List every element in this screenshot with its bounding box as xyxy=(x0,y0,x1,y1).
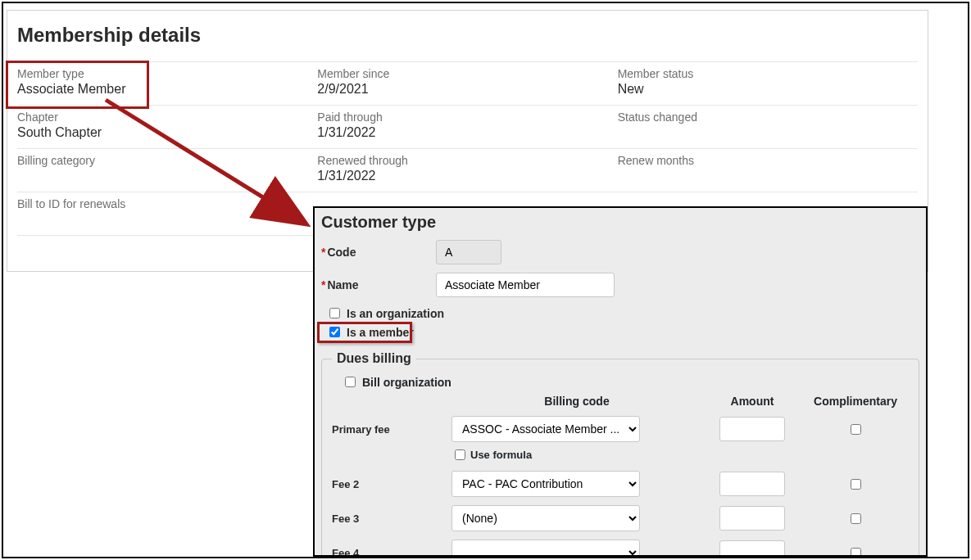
label-member-since: Member since xyxy=(317,67,617,80)
row-code: *Code xyxy=(321,240,919,264)
label-renewed-through: Renewed through xyxy=(317,154,617,167)
fee4-select[interactable] xyxy=(451,540,640,557)
row-is-member: Is a member xyxy=(326,324,919,340)
bill-organization-checkbox[interactable] xyxy=(345,377,356,387)
field-member-status: Member status New xyxy=(618,61,918,105)
field-renew-months: Renew months xyxy=(618,148,918,192)
row-name: *Name xyxy=(321,273,919,297)
value-billing-category xyxy=(17,169,317,185)
bill-organization-label: Bill organization xyxy=(362,376,451,389)
fee3-complimentary-checkbox[interactable] xyxy=(851,513,861,524)
popup-title: Customer type xyxy=(321,213,919,232)
col-amount: Amount xyxy=(707,395,797,408)
col-complimentary: Complimentary xyxy=(802,395,909,408)
value-paid-through: 1/31/2022 xyxy=(317,125,617,142)
field-member-type: Member type Associate Member xyxy=(17,61,317,105)
value-renewed-through: 1/31/2022 xyxy=(317,169,617,185)
field-chapter: Chapter South Chapter xyxy=(17,105,317,148)
row-is-org: Is an organization xyxy=(326,305,919,321)
customer-type-popup: Customer type *Code *Name Is an organiza… xyxy=(313,206,928,557)
is-member-label: Is a member xyxy=(347,326,414,339)
fee4-amount[interactable] xyxy=(719,540,785,557)
fee3-select[interactable]: (None) xyxy=(451,505,640,531)
value-chapter: South Chapter xyxy=(17,125,317,142)
fee2-select[interactable]: PAC - PAC Contribution xyxy=(451,471,640,497)
row-bill-organization: Bill organization xyxy=(342,374,909,390)
code-input[interactable] xyxy=(436,240,501,264)
col-billing-code: Billing code xyxy=(451,395,702,408)
field-paid-through: Paid through 1/31/2022 xyxy=(317,105,617,148)
dues-billing-legend: Dues billing xyxy=(332,351,416,366)
row-use-formula: Use formula xyxy=(451,447,702,463)
fee2-complimentary-checkbox[interactable] xyxy=(851,479,861,490)
is-member-checkbox[interactable] xyxy=(329,327,340,337)
value-member-type: Associate Member xyxy=(17,82,317,98)
page-title: Membership details xyxy=(17,24,918,47)
label-code: *Code xyxy=(321,246,436,259)
field-billing-category: Billing category xyxy=(17,148,317,192)
value-renew-months xyxy=(618,169,918,185)
value-status-changed xyxy=(618,125,918,142)
fee4-complimentary-checkbox[interactable] xyxy=(851,548,861,558)
label-billing-category: Billing category xyxy=(17,154,317,167)
is-organization-checkbox[interactable] xyxy=(329,308,340,318)
primary-fee-select[interactable]: ASSOC - Associate Member ... xyxy=(451,416,640,442)
use-formula-checkbox[interactable] xyxy=(455,449,465,460)
value-member-since: 2/9/2021 xyxy=(317,82,617,98)
is-organization-label: Is an organization xyxy=(347,307,444,320)
label-name: *Name xyxy=(321,278,436,291)
dues-billing-group: Dues billing Bill organization Billing c… xyxy=(321,351,919,557)
fee2-amount[interactable] xyxy=(719,472,785,496)
fee4-label: Fee 4 xyxy=(332,547,447,558)
field-renewed-through: Renewed through 1/31/2022 xyxy=(317,148,617,192)
fee2-label: Fee 2 xyxy=(332,478,447,490)
label-chapter: Chapter xyxy=(17,111,317,124)
fee3-amount[interactable] xyxy=(719,506,785,531)
field-status-changed: Status changed xyxy=(618,105,918,148)
primary-fee-complimentary-checkbox[interactable] xyxy=(851,424,861,435)
name-input[interactable] xyxy=(436,273,615,297)
fee3-label: Fee 3 xyxy=(332,513,447,525)
field-member-since: Member since 2/9/2021 xyxy=(317,61,617,105)
label-member-type: Member type xyxy=(17,67,317,80)
value-member-status: New xyxy=(618,82,918,98)
label-renew-months: Renew months xyxy=(618,154,918,167)
label-paid-through: Paid through xyxy=(317,111,617,124)
primary-fee-amount[interactable] xyxy=(719,417,785,441)
use-formula-label: Use formula xyxy=(470,449,532,461)
label-status-changed: Status changed xyxy=(618,111,918,124)
primary-fee-label: Primary fee xyxy=(332,423,447,436)
label-member-status: Member status xyxy=(618,67,918,80)
fee-grid: Billing code Amount Complimentary Primar… xyxy=(332,395,909,557)
